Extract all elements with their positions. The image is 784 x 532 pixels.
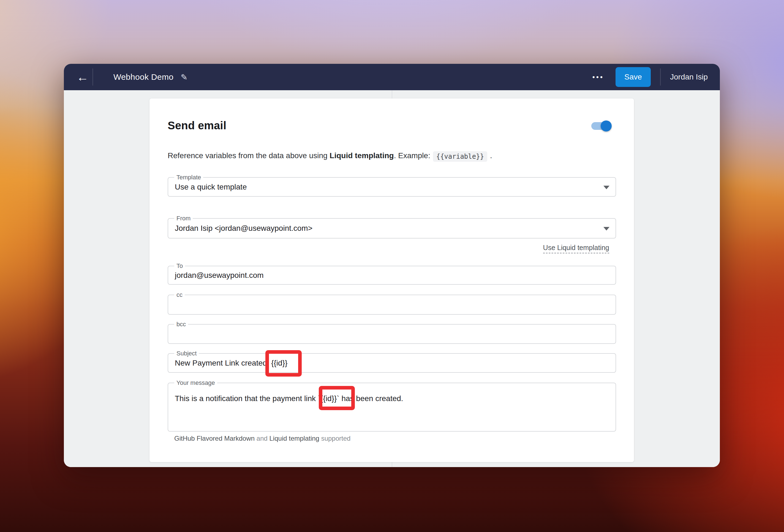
header-divider bbox=[92, 68, 93, 86]
edit-title-icon[interactable]: ✎ bbox=[180, 72, 188, 82]
description-part: . Example: bbox=[394, 151, 432, 160]
variable-code-chip: {{variable}} bbox=[433, 151, 487, 162]
description-text: Reference variables from the data above … bbox=[168, 151, 492, 162]
gfm-link: GitHub Flavored Markdown bbox=[174, 435, 255, 442]
description-part: Reference variables from the data above … bbox=[168, 151, 330, 160]
header-actions: ••• Save Jordan Isip bbox=[592, 67, 720, 87]
toggle-knob-icon bbox=[601, 120, 612, 131]
markdown-support-note: GitHub Flavored Markdown and Liquid temp… bbox=[174, 435, 351, 442]
user-menu[interactable]: Jordan Isip bbox=[670, 72, 708, 82]
subject-value: New Payment Link created: {{id}} bbox=[175, 359, 287, 367]
bcc-field[interactable]: bcc bbox=[168, 324, 616, 344]
page-title: Webhook Demo bbox=[113, 72, 173, 82]
to-label: To bbox=[174, 262, 185, 270]
note-part: and bbox=[255, 435, 269, 442]
template-label: Template bbox=[174, 174, 203, 181]
header-divider bbox=[660, 68, 661, 86]
chevron-down-icon bbox=[604, 186, 610, 189]
subject-field[interactable]: Subject New Payment Link created: {{id}} bbox=[168, 353, 616, 373]
back-button[interactable]: ← bbox=[75, 71, 90, 83]
overflow-menu-button[interactable]: ••• bbox=[592, 73, 604, 82]
to-value: jordan@usewaypoint.com bbox=[175, 271, 264, 280]
content-area: Send email Reference variables from the … bbox=[64, 90, 720, 467]
card-title: Send email bbox=[168, 119, 226, 132]
from-label: From bbox=[174, 214, 193, 222]
message-label: Your message bbox=[174, 379, 217, 387]
back-arrow-icon: ← bbox=[77, 70, 89, 84]
from-value: Jordan Isip <jordan@usewaypoint.com> bbox=[175, 224, 312, 233]
template-value: Use a quick template bbox=[175, 183, 247, 191]
chevron-down-icon bbox=[604, 227, 610, 231]
from-select[interactable]: From Jordan Isip <jordan@usewaypoint.com… bbox=[168, 218, 616, 238]
subject-label: Subject bbox=[174, 350, 199, 357]
app-window: ← Webhook Demo ✎ ••• Save Jordan Isip Se… bbox=[64, 64, 720, 467]
send-email-card: Send email Reference variables from the … bbox=[149, 98, 634, 462]
cc-label: cc bbox=[174, 291, 185, 299]
to-field[interactable]: To jordan@usewaypoint.com bbox=[168, 266, 616, 285]
message-textarea[interactable]: Your message This is a notification that… bbox=[168, 383, 616, 432]
cc-field[interactable]: cc bbox=[168, 295, 616, 315]
bcc-label: bcc bbox=[174, 321, 188, 328]
liquid-link-text: Liquid templating bbox=[270, 435, 319, 442]
description-bold: Liquid templating bbox=[330, 151, 394, 160]
note-part: supported bbox=[319, 435, 351, 442]
send-email-toggle[interactable] bbox=[591, 122, 611, 130]
app-header: ← Webhook Demo ✎ ••• Save Jordan Isip bbox=[64, 64, 720, 90]
description-part: . bbox=[488, 151, 492, 160]
use-liquid-templating-link[interactable]: Use Liquid templating bbox=[543, 244, 609, 253]
template-select[interactable]: Template Use a quick template bbox=[168, 177, 616, 197]
message-value: This is a notification that the payment … bbox=[175, 394, 403, 403]
save-button[interactable]: Save bbox=[616, 67, 651, 87]
